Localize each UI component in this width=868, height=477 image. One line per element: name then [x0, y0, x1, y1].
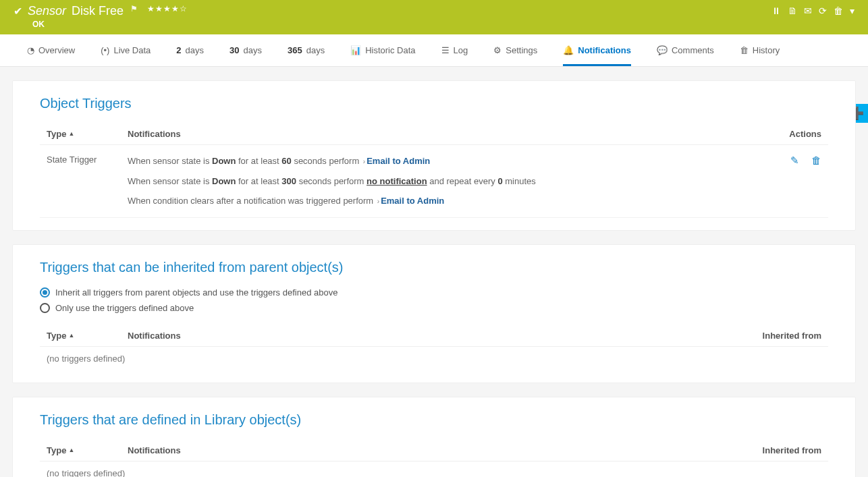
- new-tab-icon[interactable]: 🗎: [788, 5, 797, 16]
- list-icon: ☰: [441, 45, 450, 55]
- trigger-condition-2: When sensor state is Down for at least 3…: [128, 175, 761, 188]
- trigger-condition-1: When sensor state is Down for at least 6…: [128, 155, 761, 168]
- history-icon: 🗑: [740, 45, 749, 55]
- refresh-icon[interactable]: ⟳: [819, 5, 827, 16]
- tab-settings-label: Settings: [506, 45, 537, 55]
- sensor-type-label: Sensor: [28, 4, 66, 18]
- col-header-type[interactable]: Type▲: [47, 129, 128, 139]
- radio-only-defined[interactable]: Only use the triggers defined above: [40, 303, 828, 313]
- chevron-right-icon: ›: [377, 198, 379, 205]
- chevron-down-icon[interactable]: ▾: [850, 5, 855, 16]
- sort-caret-icon: ▲: [68, 332, 74, 339]
- edit-icon[interactable]: ✎: [790, 155, 799, 167]
- col-header-type-lib[interactable]: Type▲: [47, 445, 128, 455]
- tab-2-lbl: days: [186, 45, 204, 55]
- tab-365-days[interactable]: 365 days: [288, 34, 325, 66]
- status-check-icon: ✔: [13, 5, 22, 18]
- tabs-bar: ◔ Overview (•) Live Data 2 days 30 days …: [0, 34, 868, 67]
- tab-overview-label: Overview: [38, 45, 75, 55]
- tab-history[interactable]: 🗑 History: [740, 34, 780, 66]
- tab-historic-data[interactable]: 📊 Historic Data: [350, 34, 415, 66]
- tab-2-days[interactable]: 2 days: [176, 34, 204, 66]
- pause-icon[interactable]: ⏸: [771, 5, 781, 16]
- tab-notifications[interactable]: 🔔 Notifications: [563, 34, 631, 66]
- gear-icon: ⚙: [493, 45, 501, 55]
- radio-icon-unselected: [40, 303, 50, 313]
- comment-icon: 💬: [657, 45, 668, 55]
- email-to-admin-link[interactable]: Email to Admin: [367, 156, 430, 166]
- gauge-icon: ◔: [27, 45, 34, 55]
- tab-live-label: Live Data: [113, 45, 151, 55]
- email-icon[interactable]: ✉: [804, 5, 812, 16]
- trigger-condition-3: When condition clears after a notificati…: [128, 194, 761, 208]
- broadcast-icon: (•): [101, 45, 109, 55]
- no-triggers-library: (no triggers defined): [40, 461, 828, 478]
- col-header-inherited-from[interactable]: Inherited from: [727, 331, 821, 341]
- tab-log[interactable]: ☰ Log: [441, 34, 468, 66]
- panel-object-triggers: Object Triggers Type▲ Notifications Acti…: [12, 80, 856, 231]
- tab-2-num: 2: [176, 45, 181, 55]
- tab-live-data[interactable]: (•) Live Data: [101, 34, 151, 66]
- panel-inherited-triggers: Triggers that can be inherited from pare…: [12, 244, 856, 383]
- trigger-row: State Trigger When sensor state is Down …: [40, 145, 828, 218]
- tab-historic-label: Historic Data: [365, 45, 415, 55]
- bell-icon: 🔔: [563, 45, 574, 55]
- col-header-inherited-from-lib[interactable]: Inherited from: [727, 445, 821, 455]
- tab-365-lbl: days: [306, 45, 325, 55]
- tab-365-num: 365: [288, 45, 302, 55]
- panel-library-triggers: Triggers that are defined in Library obj…: [12, 397, 856, 478]
- tab-log-label: Log: [454, 45, 468, 55]
- stars-empty: ☆: [180, 4, 188, 13]
- tab-30-num: 30: [229, 45, 239, 55]
- panel-title-object-triggers: Object Triggers: [40, 96, 828, 111]
- sort-caret-icon: ▲: [68, 447, 74, 453]
- header-actions: ⏸ 🗎 ✉ ⟳ 🗑 ▾: [771, 5, 855, 16]
- col-type-label: Type: [47, 129, 66, 139]
- col-header-notif-lib[interactable]: Notifications: [128, 445, 727, 455]
- col-header-type-inh[interactable]: Type▲: [47, 331, 128, 341]
- no-triggers-inherited: (no triggers defined): [40, 347, 828, 370]
- col-header-notifications[interactable]: Notifications: [128, 129, 761, 139]
- radio-only-defined-label: Only use the triggers defined above: [55, 303, 194, 313]
- flag-icon[interactable]: ⚑: [130, 4, 138, 13]
- email-to-admin-link-2[interactable]: Email to Admin: [381, 196, 444, 206]
- radio-icon-selected: [40, 287, 50, 298]
- tab-30-days[interactable]: 30 days: [229, 34, 262, 66]
- col-header-actions: Actions: [761, 129, 821, 139]
- sensor-name: Disk Free: [72, 4, 124, 18]
- chart-icon: 📊: [350, 45, 361, 55]
- tab-comments[interactable]: 💬 Comments: [657, 34, 714, 66]
- radio-inherit-all-label: Inherit all triggers from parent objects…: [55, 287, 337, 298]
- status-ok-label: OK: [32, 20, 188, 29]
- chevron-right-icon: ›: [363, 158, 365, 165]
- trigger-type: State Trigger: [47, 155, 128, 165]
- panel-title-inherited: Triggers that can be inherited from pare…: [40, 260, 828, 275]
- sort-caret-icon: ▲: [68, 130, 74, 137]
- tab-settings[interactable]: ⚙ Settings: [493, 34, 537, 66]
- tab-30-lbl: days: [244, 45, 262, 55]
- radio-inherit-all[interactable]: Inherit all triggers from parent objects…: [40, 287, 828, 298]
- col-header-notif-inh[interactable]: Notifications: [128, 331, 727, 341]
- trash-icon[interactable]: 🗑: [834, 5, 843, 16]
- tab-notifications-label: Notifications: [578, 45, 631, 55]
- panel-title-library: Triggers that are defined in Library obj…: [40, 412, 828, 428]
- delete-icon[interactable]: 🗑: [811, 155, 821, 167]
- tab-history-label: History: [753, 45, 780, 55]
- priority-stars[interactable]: ★★★★☆: [147, 4, 188, 13]
- tab-overview[interactable]: ◔ Overview: [27, 34, 75, 66]
- stars-full: ★★★★: [147, 4, 180, 13]
- no-notification-link[interactable]: no notification: [367, 176, 427, 186]
- tab-comments-label: Comments: [672, 45, 714, 55]
- page-header: ✔ Sensor Disk Free ⚑ ★★★★☆ OK ⏸ 🗎 ✉ ⟳ 🗑 …: [0, 0, 868, 34]
